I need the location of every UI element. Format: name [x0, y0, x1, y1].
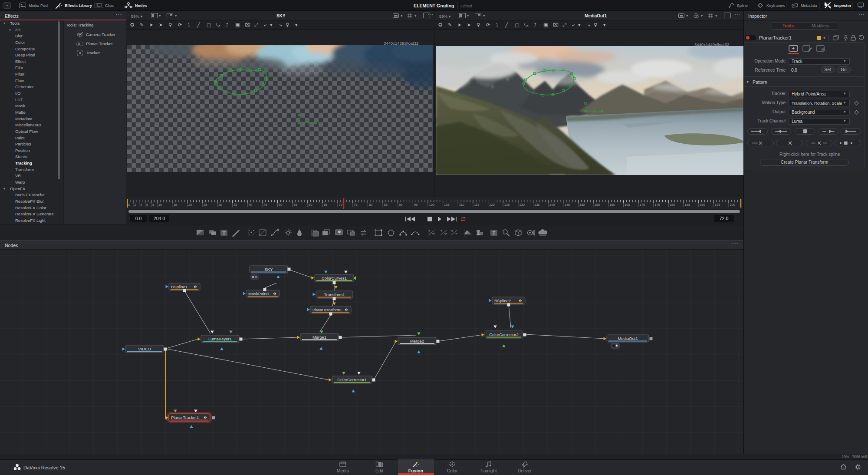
- svg-text:95: 95: [414, 203, 418, 207]
- svg-text:35: 35: [233, 203, 237, 207]
- svg-text:T: T: [493, 231, 496, 236]
- svg-text:25: 25: [204, 203, 207, 207]
- svg-text:Merge2: Merge2: [410, 339, 424, 343]
- svg-text:90: 90: [399, 203, 402, 207]
- svg-text:45: 45: [263, 203, 267, 207]
- svg-text:70: 70: [339, 203, 342, 207]
- svg-text:175: 175: [654, 203, 660, 207]
- svg-text:40: 40: [249, 203, 252, 207]
- svg-text:100: 100: [429, 203, 435, 207]
- svg-text:55: 55: [294, 203, 297, 207]
- svg-text:105: 105: [444, 203, 450, 207]
- svg-text:65: 65: [324, 203, 327, 207]
- svg-text:PlanarTracker1: PlanarTracker1: [171, 415, 199, 420]
- svg-text:10: 10: [158, 203, 162, 207]
- svg-text:125: 125: [504, 203, 510, 207]
- svg-text:15: 15: [173, 203, 177, 207]
- svg-text:195: 195: [715, 203, 720, 207]
- svg-text:MediaOut1: MediaOut1: [618, 336, 638, 341]
- svg-text:185: 185: [685, 203, 690, 207]
- svg-text:T: T: [223, 231, 226, 236]
- svg-text:145: 145: [564, 203, 570, 207]
- svg-text:2: 2: [134, 203, 136, 207]
- svg-text:135: 135: [534, 203, 540, 207]
- svg-text:120: 120: [489, 203, 495, 207]
- svg-text:Transform1: Transform1: [324, 292, 345, 297]
- svg-text:115: 115: [474, 203, 479, 207]
- svg-text:200: 200: [730, 203, 736, 207]
- svg-text:MaskPaint1: MaskPaint1: [248, 291, 270, 296]
- svg-text:150: 150: [579, 203, 585, 207]
- svg-text:SKY: SKY: [264, 267, 273, 272]
- svg-text:20: 20: [188, 203, 192, 207]
- svg-text:75: 75: [354, 203, 357, 207]
- svg-text:Merge1: Merge1: [312, 335, 326, 340]
- svg-text:80: 80: [369, 203, 372, 207]
- svg-text:140: 140: [549, 203, 555, 207]
- svg-text:180: 180: [670, 203, 675, 207]
- svg-text:190: 190: [700, 203, 705, 207]
- svg-text:160: 160: [609, 203, 615, 207]
- svg-text:60: 60: [309, 203, 312, 207]
- svg-text:30: 30: [218, 203, 222, 207]
- svg-text:BSpline1: BSpline1: [171, 284, 187, 289]
- svg-text:165: 165: [625, 203, 630, 207]
- svg-text:170: 170: [640, 203, 645, 207]
- svg-text:ColorCorrector2: ColorCorrector2: [489, 332, 519, 337]
- svg-text:VIDEO: VIDEO: [138, 346, 151, 351]
- svg-text:110: 110: [459, 203, 464, 207]
- svg-text:ColorCurves1: ColorCurves1: [322, 276, 347, 280]
- svg-text:BSpline2: BSpline2: [494, 298, 511, 303]
- svg-text:0: 0: [128, 203, 130, 207]
- svg-text:6: 6: [146, 203, 148, 207]
- svg-text:ColorCorrector1: ColorCorrector1: [337, 377, 367, 382]
- svg-text:155: 155: [595, 203, 600, 207]
- svg-text:PlanarTransform1: PlanarTransform1: [312, 308, 342, 312]
- svg-text:130: 130: [519, 203, 525, 207]
- svg-text:4: 4: [140, 203, 142, 207]
- svg-text:50: 50: [279, 203, 282, 207]
- svg-text:85: 85: [384, 203, 388, 207]
- svg-text:LumaKeyer1: LumaKeyer1: [208, 336, 232, 341]
- svg-text:8: 8: [152, 203, 154, 207]
